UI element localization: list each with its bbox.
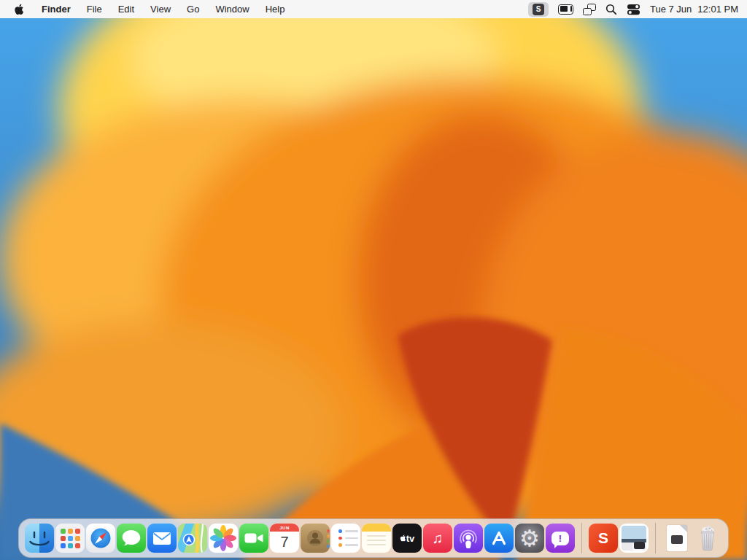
screen-mirroring-fill [560, 6, 568, 12]
photo-thumbnail-icon [622, 526, 646, 551]
tv-label: tv [406, 533, 415, 544]
apple-logo-icon [14, 4, 23, 15]
dock-item-contacts[interactable] [301, 524, 330, 553]
dock-item-finder[interactable] [25, 524, 54, 553]
mail-icon [147, 524, 177, 553]
dock-item-document[interactable] [662, 524, 692, 553]
menu-bar-status: S Tue 7 Jun 12:01 PM [528, 0, 747, 18]
clock-time: 12:01 PM [697, 4, 738, 15]
dock-item-tv[interactable]: tv [392, 524, 422, 553]
dock-item-launchpad[interactable] [55, 524, 85, 553]
reminders-row [338, 543, 358, 547]
dock-item-notes[interactable] [362, 524, 391, 553]
dock-item-reminders[interactable] [331, 524, 360, 553]
trash-full-icon [693, 524, 722, 553]
window-front [583, 8, 592, 15]
launchpad-icon [61, 529, 80, 548]
tv-apple-logo-icon [400, 534, 406, 542]
podcasts-icon [454, 524, 483, 553]
menu-view[interactable]: View [142, 4, 179, 15]
dock-item-feedback-assistant[interactable]: ! [546, 524, 575, 553]
feedback-bubble-icon: ! [551, 532, 569, 545]
messages-icon [117, 524, 146, 553]
reminders-row [338, 529, 358, 533]
photos-icon [209, 524, 238, 553]
notes-header [362, 524, 391, 532]
maps-icon [178, 524, 207, 553]
dock-item-s-app[interactable]: S [589, 524, 618, 553]
dock-item-facetime[interactable] [239, 524, 268, 553]
document-page-icon [667, 525, 687, 551]
s-app-letter: S [598, 529, 608, 547]
contacts-icon [301, 524, 330, 553]
desktop-wallpaper [0, 18, 747, 560]
camera-badge-icon [634, 542, 645, 549]
dock-item-photo-file[interactable] [619, 524, 649, 553]
dock-item-app-store[interactable] [484, 524, 514, 553]
stacked-windows-icon[interactable] [583, 4, 596, 15]
menu-bar-clock[interactable]: Tue 7 Jun 12:01 PM [650, 4, 738, 15]
s-app-status-icon: S [533, 4, 544, 15]
dock-item-podcasts[interactable] [454, 524, 483, 553]
menu-go[interactable]: Go [179, 4, 207, 15]
clock-date: Tue 7 Jun [650, 4, 692, 15]
menu-bar-left: Finder File Edit View Go Window Help [0, 0, 293, 18]
dock-item-trash[interactable] [693, 524, 722, 553]
menu-edit[interactable]: Edit [110, 4, 142, 15]
notes-body [362, 532, 391, 553]
dock-divider [655, 523, 656, 553]
dock-item-mail[interactable] [147, 524, 177, 553]
s-app-status-item[interactable]: S [528, 2, 549, 17]
document-preview [671, 535, 683, 544]
dock-divider [581, 523, 582, 553]
menu-window[interactable]: Window [207, 4, 257, 15]
dock-item-system-settings[interactable]: ⚙ [515, 524, 544, 553]
desktop-screen: Finder File Edit View Go Window Help S [0, 0, 747, 560]
calendar-day-label: 7 [270, 532, 299, 553]
dock-item-music[interactable]: ♫ [423, 524, 452, 553]
control-center-icon[interactable] [627, 4, 640, 15]
music-note-icon: ♫ [433, 531, 444, 545]
dock-item-photos[interactable] [209, 524, 238, 553]
app-store-icon [484, 524, 514, 553]
apple-menu[interactable] [0, 0, 34, 18]
facetime-icon [239, 524, 268, 553]
dock-item-maps[interactable] [178, 524, 207, 553]
dock: JUN 7 [18, 518, 729, 558]
screen-mirroring-bar [570, 6, 572, 12]
menu-file[interactable]: File [79, 4, 110, 15]
menu-bar: Finder File Edit View Go Window Help S [0, 0, 747, 18]
dock-item-safari[interactable] [86, 524, 115, 553]
screen-mirroring-icon[interactable] [558, 4, 573, 15]
menu-app-name[interactable]: Finder [34, 4, 79, 15]
feedback-exclamation: ! [559, 533, 562, 544]
reminders-row [338, 537, 358, 540]
safari-icon [86, 524, 115, 553]
spotlight-search-icon[interactable] [605, 4, 617, 15]
gear-icon: ⚙ [519, 527, 540, 550]
menu-help[interactable]: Help [258, 4, 293, 15]
finder-icon [25, 524, 54, 553]
calendar-month-label: JUN [270, 524, 299, 532]
dock-item-calendar[interactable]: JUN 7 [270, 524, 299, 553]
dock-item-messages[interactable] [117, 524, 146, 553]
